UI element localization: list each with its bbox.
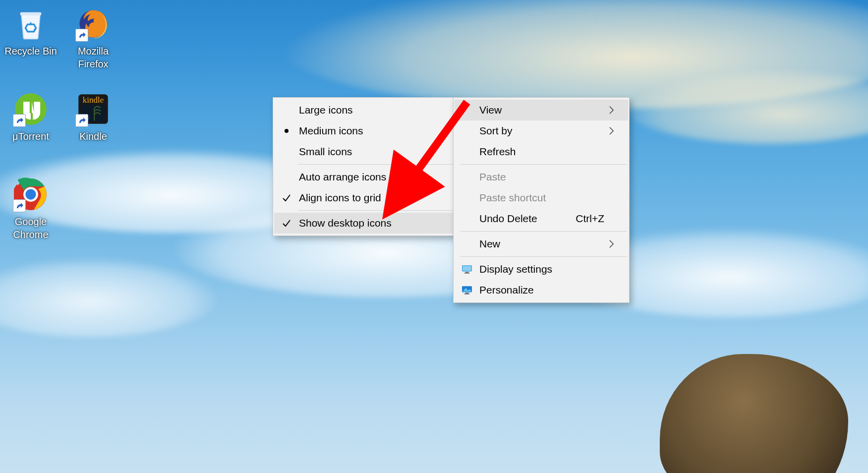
menu-item-view[interactable]: View: [455, 100, 628, 120]
menu-item-label: Paste: [479, 171, 604, 183]
menu-item-sort[interactable]: Sort by: [455, 120, 628, 141]
menu-item-paste-shortcut: Paste shortcut: [455, 187, 628, 208]
menu-item-align[interactable]: Align icons to grid: [274, 187, 455, 208]
menu-separator: [461, 164, 627, 165]
menu-item-label: Auto arrange icons: [299, 171, 445, 183]
check-icon: [274, 218, 299, 228]
menu-item-label: Display settings: [479, 263, 604, 275]
svg-point-9: [25, 189, 36, 199]
svg-rect-13: [464, 273, 470, 274]
svg-text:kindle: kindle: [83, 95, 104, 105]
personalize-icon: [455, 285, 479, 296]
desktop-icon-label: Recycle Bin: [1, 45, 60, 58]
desktop-icon-utorrent[interactable]: μTorrent: [1, 91, 60, 143]
menu-item-label: Personalize: [479, 284, 604, 296]
radio-bullet-icon: [285, 129, 289, 133]
menu-item-label: Show desktop icons: [299, 217, 445, 229]
menu-item-small[interactable]: Small icons: [274, 141, 455, 162]
menu-item-label: Large icons: [299, 104, 445, 116]
menu-separator: [298, 210, 454, 211]
menu-item-label: Medium icons: [299, 125, 445, 137]
menu-separator: [461, 231, 627, 232]
desktop-icon-recycle-bin[interactable]: Recycle Bin: [1, 6, 60, 58]
menu-item-label: Paste shortcut: [479, 192, 604, 204]
chevron-right-icon: [604, 106, 618, 115]
shortcut-arrow-icon: [75, 114, 88, 127]
svg-rect-11: [463, 266, 471, 271]
shortcut-arrow-icon: [13, 114, 26, 127]
svg-rect-12: [465, 272, 469, 273]
menu-item-new[interactable]: New: [455, 234, 628, 254]
desktop-icon-kindle[interactable]: kindleKindle: [63, 91, 123, 143]
context-submenu-view: Large iconsMedium iconsSmall iconsAuto a…: [273, 97, 456, 236]
svg-rect-0: [20, 12, 42, 15]
desktop-icon-firefox[interactable]: Mozilla Firefox: [63, 6, 123, 70]
menu-item-label: Undo Delete: [479, 213, 563, 225]
menu-item-refresh[interactable]: Refresh: [455, 141, 628, 162]
svg-rect-16: [465, 293, 469, 294]
svg-rect-17: [464, 294, 470, 295]
desktop-icon-label: μTorrent: [1, 130, 60, 143]
menu-separator: [461, 256, 627, 257]
menu-item-accelerator: Ctrl+Z: [563, 213, 604, 225]
recycle-bin-icon: [13, 6, 49, 42]
chevron-right-icon: [604, 126, 618, 135]
desktop-icon-label: Google Chrome: [1, 215, 60, 241]
desktop-icon-label: Kindle: [63, 130, 123, 143]
desktop-icon-chrome[interactable]: Google Chrome: [1, 177, 60, 241]
menu-item-label: Align icons to grid: [299, 192, 445, 204]
shortcut-arrow-icon: [75, 29, 88, 42]
menu-item-auto[interactable]: Auto arrange icons: [274, 167, 455, 187]
menu-item-label: New: [479, 238, 604, 250]
menu-item-undo-delete[interactable]: Undo DeleteCtrl+Z: [455, 208, 628, 229]
menu-item-large[interactable]: Large icons: [274, 100, 455, 120]
chevron-right-icon: [604, 239, 618, 248]
menu-item-label: Refresh: [479, 146, 604, 158]
desktop-context-menu: ViewSort byRefreshPastePaste shortcutUnd…: [453, 97, 630, 303]
menu-item-paste: Paste: [455, 167, 628, 187]
menu-separator: [298, 164, 454, 165]
menu-item-show[interactable]: Show desktop icons: [274, 213, 455, 234]
menu-item-personalize[interactable]: Personalize: [455, 280, 628, 300]
menu-item-label: View: [479, 104, 604, 116]
desktop-wallpaper[interactable]: [0, 0, 868, 473]
menu-item-label: Sort by: [479, 125, 604, 137]
display-icon: [455, 264, 479, 275]
menu-item-medium[interactable]: Medium icons: [274, 120, 455, 141]
menu-item-display[interactable]: Display settings: [455, 259, 628, 280]
menu-item-label: Small icons: [299, 146, 445, 158]
check-icon: [274, 193, 299, 203]
desktop-icon-label: Mozilla Firefox: [63, 45, 123, 70]
shortcut-arrow-icon: [13, 199, 26, 212]
